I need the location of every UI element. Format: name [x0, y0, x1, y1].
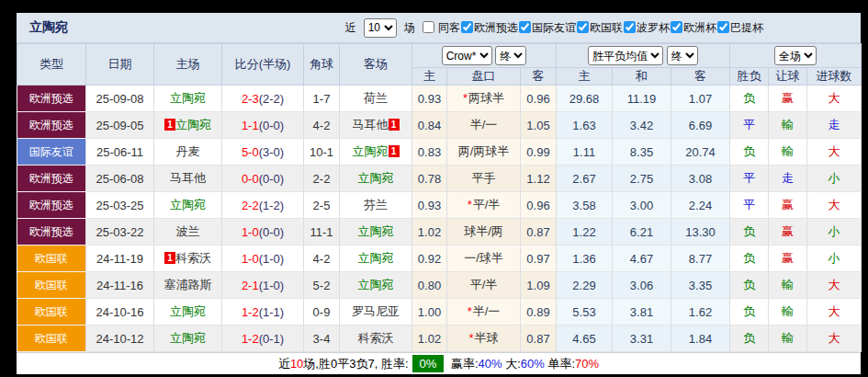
selector-header-row: 类型 日期 主场 比分(半场) 角球 客场 Crow* 终 胜平负均值 — [17, 44, 862, 68]
near-label: 近 — [345, 20, 356, 36]
team-name: 立陶宛 — [353, 144, 389, 158]
league-filter-1[interactable]: 欧洲预选 — [460, 21, 518, 34]
away-team-cell: 立陶宛 — [340, 166, 412, 192]
home-team-cell: 1立陶宛 — [154, 112, 222, 139]
corner-cell: 2-2 — [304, 166, 340, 192]
fulltime-score: 1-2 — [242, 305, 259, 319]
result-handicap-cell: 輸 — [769, 272, 807, 299]
avg-home-odds-cell: 1.22 — [557, 219, 613, 246]
crow-selector-cell: Crow* 终 — [412, 44, 557, 68]
date-cell: 25-03-25 — [86, 192, 154, 219]
footer-segment: 单率: — [545, 357, 575, 371]
summary-footer: 近10场,胜0平3负7, 胜率:0% 赢率:40% 大:60% 单率:70% — [17, 352, 861, 374]
corner-cell: 4-2 — [304, 246, 340, 272]
col-header-avg-draw: 和 — [613, 68, 671, 86]
avg-home-odds-cell: 2.67 — [557, 166, 613, 192]
date-cell: 25-09-08 — [86, 86, 154, 112]
away-team-cell: 立陶宛 — [340, 272, 412, 299]
avg-odds-select[interactable]: 胜平负均值 — [588, 46, 663, 65]
avg-draw-odds-cell: 4.67 — [613, 246, 671, 272]
avg-away-odds-cell: 8.77 — [671, 246, 730, 272]
result-goals-cell: 大 — [807, 272, 862, 299]
crow-home-odds-cell: 0.93 — [412, 86, 447, 112]
red-card-badge: 1 — [164, 252, 175, 264]
avg-away-odds-cell: 20.74 — [671, 139, 730, 166]
scope-select[interactable]: 全场 — [774, 46, 817, 65]
avg-home-odds-cell: 5.53 — [557, 299, 613, 326]
league-type-cell: 欧洲预选 — [17, 219, 86, 246]
league-checkbox[interactable] — [461, 21, 473, 33]
crow-home-odds-cell: 1.02 — [412, 219, 447, 246]
fulltime-score: 2-1 — [242, 279, 259, 292]
avg-state-select[interactable]: 终 — [667, 46, 698, 65]
crow-handicap-cell: *两球半 — [447, 86, 521, 112]
fulltime-score: 1-0 — [242, 225, 259, 239]
home-team-cell: 立陶宛 — [154, 86, 222, 112]
crow-handicap-cell: *半/一 — [447, 299, 521, 326]
crow-home-odds-cell: 0.80 — [412, 272, 447, 299]
fulltime-score: 5-0 — [242, 145, 259, 159]
match-row: 欧洲预选25-03-25立陶宛2-2(1-2)2-5芬兰0.93*平/半0.96… — [17, 192, 862, 219]
league-filter-6[interactable]: 巴提杯 — [716, 21, 763, 34]
halftime-score: (1-2) — [259, 199, 284, 212]
crow-away-odds-cell: 1.12 — [521, 166, 557, 192]
result-handicap-cell: 赢 — [769, 246, 807, 272]
result-winloss-cell: 平 — [730, 192, 769, 219]
home-team-cell: 立陶宛 — [154, 192, 222, 219]
avg-away-odds-cell: 2.24 — [671, 192, 730, 219]
match-row: 欧洲预选25-09-08立陶宛2-3(2-2)1-7荷兰0.93*两球半0.96… — [17, 86, 862, 112]
bookmaker-select[interactable]: Crow* — [442, 46, 492, 65]
fulltime-score: 2-2 — [242, 199, 259, 212]
win-rate-badge: 0% — [412, 355, 445, 372]
league-checkbox[interactable] — [717, 21, 729, 33]
team-name: 立陶宛 — [358, 171, 394, 185]
col-header-date: 日期 — [86, 44, 154, 86]
avg-draw-odds-cell: 2.75 — [613, 166, 671, 192]
league-type-cell: 欧洲预选 — [17, 86, 86, 112]
crow-away-odds-cell: 0.87 — [521, 326, 557, 352]
league-type-cell: 欧国联 — [17, 246, 86, 272]
result-goals-cell: 大 — [807, 139, 862, 166]
league-type-cell: 欧国联 — [17, 272, 86, 299]
avg-home-odds-cell: 1.63 — [557, 112, 613, 139]
crow-handicap-cell: *半球 — [447, 326, 521, 352]
col-header-crow-home: 主 — [412, 68, 447, 86]
crow-handicap-cell: 两/两球半 — [447, 139, 521, 166]
team-name: 马耳他 — [353, 118, 389, 131]
league-checkbox[interactable] — [624, 21, 636, 33]
score-cell: 1-0(1-0) — [222, 246, 304, 272]
home-team-cell: 立陶宛 — [154, 326, 222, 352]
away-team-cell: 罗马尼亚 — [340, 299, 412, 326]
score-cell: 1-1(0-0) — [222, 112, 304, 139]
col-header-crow-away: 客 — [521, 68, 557, 86]
score-cell: 2-3(2-2) — [222, 86, 304, 112]
match-count-select[interactable]: 10 — [364, 18, 397, 38]
away-team-cell: 立陶宛 — [340, 219, 412, 246]
match-row: 欧洲预选25-09-051立陶宛1-1(0-0)4-2马耳他10.84半/一1.… — [17, 112, 862, 139]
league-label: 欧洲杯 — [683, 21, 716, 34]
footer-segment: 70% — [575, 357, 599, 371]
league-filter-4[interactable]: 波罗杯 — [623, 21, 670, 34]
result-handicap-cell: 輸 — [769, 139, 807, 166]
league-filter-5[interactable]: 欧洲杯 — [670, 21, 716, 34]
result-handicap-cell: 輸 — [769, 112, 807, 139]
home-team-cell: 波兰 — [154, 219, 222, 246]
col-header-goals: 进球数 — [807, 68, 862, 86]
league-checkbox[interactable] — [577, 21, 589, 33]
league-filter-3[interactable]: 欧国联 — [576, 21, 623, 34]
same-away-filter[interactable]: 同客 — [415, 20, 460, 36]
crow-state-select[interactable]: 终 — [495, 46, 526, 65]
league-filter-2[interactable]: 国际友谊 — [518, 21, 576, 34]
league-checkbox[interactable] — [519, 21, 531, 33]
corner-cell: 0-9 — [304, 299, 340, 326]
result-winloss-cell: 负 — [730, 272, 769, 299]
league-checkbox[interactable] — [671, 21, 682, 33]
result-winloss-cell: 负 — [730, 219, 769, 246]
crow-home-odds-cell: 0.92 — [412, 246, 447, 272]
match-history-table: 类型 日期 主场 比分(半场) 角球 客场 Crow* 终 胜平负均值 — [17, 43, 862, 352]
footer-segment: 近 — [278, 357, 290, 371]
crow-away-odds-cell: 0.99 — [521, 139, 557, 166]
same-away-checkbox[interactable] — [423, 21, 434, 33]
footer-segment: 赢率: — [447, 357, 478, 371]
score-cell: 2-1(1-0) — [222, 272, 304, 299]
